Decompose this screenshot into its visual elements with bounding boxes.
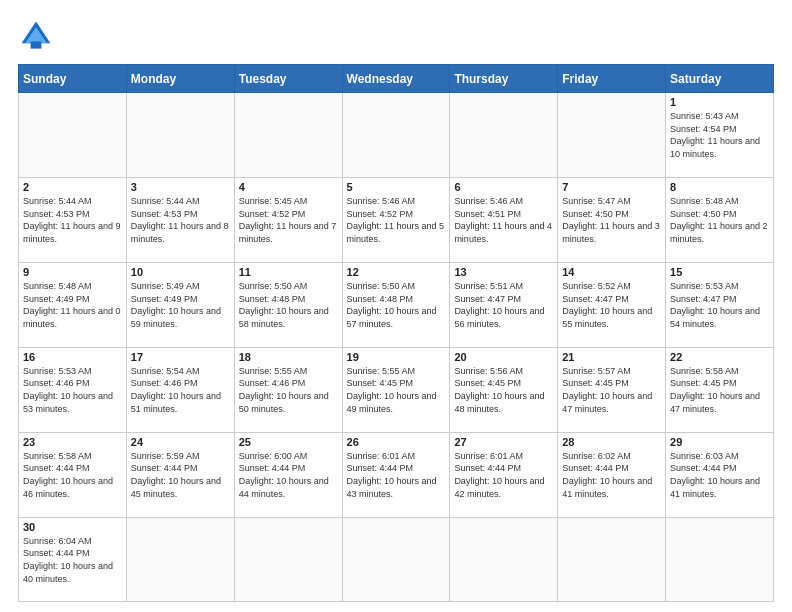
day-number: 24	[131, 436, 230, 448]
day-number: 12	[347, 266, 446, 278]
calendar-week-row: 30Sunrise: 6:04 AM Sunset: 4:44 PM Dayli…	[19, 517, 774, 601]
weekday-header-sunday: Sunday	[19, 65, 127, 93]
header	[18, 18, 774, 54]
calendar-day-cell: 25Sunrise: 6:00 AM Sunset: 4:44 PM Dayli…	[234, 432, 342, 517]
calendar-day-cell: 6Sunrise: 5:46 AM Sunset: 4:51 PM Daylig…	[450, 177, 558, 262]
day-number: 14	[562, 266, 661, 278]
calendar-day-cell: 3Sunrise: 5:44 AM Sunset: 4:53 PM Daylig…	[126, 177, 234, 262]
day-info: Sunrise: 6:01 AM Sunset: 4:44 PM Dayligh…	[347, 450, 446, 500]
calendar-day-cell: 29Sunrise: 6:03 AM Sunset: 4:44 PM Dayli…	[666, 432, 774, 517]
calendar-day-cell	[666, 517, 774, 601]
day-number: 21	[562, 351, 661, 363]
day-info: Sunrise: 5:52 AM Sunset: 4:47 PM Dayligh…	[562, 280, 661, 330]
calendar-day-cell	[234, 93, 342, 178]
calendar-day-cell	[126, 93, 234, 178]
day-number: 25	[239, 436, 338, 448]
weekday-header-friday: Friday	[558, 65, 666, 93]
calendar-day-cell: 24Sunrise: 5:59 AM Sunset: 4:44 PM Dayli…	[126, 432, 234, 517]
day-number: 2	[23, 181, 122, 193]
calendar-day-cell	[558, 93, 666, 178]
day-info: Sunrise: 5:51 AM Sunset: 4:47 PM Dayligh…	[454, 280, 553, 330]
calendar-day-cell: 9Sunrise: 5:48 AM Sunset: 4:49 PM Daylig…	[19, 262, 127, 347]
day-number: 26	[347, 436, 446, 448]
day-info: Sunrise: 5:58 AM Sunset: 4:45 PM Dayligh…	[670, 365, 769, 415]
calendar-day-cell: 1Sunrise: 5:43 AM Sunset: 4:54 PM Daylig…	[666, 93, 774, 178]
calendar-day-cell: 30Sunrise: 6:04 AM Sunset: 4:44 PM Dayli…	[19, 517, 127, 601]
calendar-day-cell: 10Sunrise: 5:49 AM Sunset: 4:49 PM Dayli…	[126, 262, 234, 347]
calendar-day-cell: 21Sunrise: 5:57 AM Sunset: 4:45 PM Dayli…	[558, 347, 666, 432]
weekday-header-thursday: Thursday	[450, 65, 558, 93]
calendar-week-row: 16Sunrise: 5:53 AM Sunset: 4:46 PM Dayli…	[19, 347, 774, 432]
calendar-day-cell: 14Sunrise: 5:52 AM Sunset: 4:47 PM Dayli…	[558, 262, 666, 347]
calendar-day-cell: 12Sunrise: 5:50 AM Sunset: 4:48 PM Dayli…	[342, 262, 450, 347]
calendar-table: SundayMondayTuesdayWednesdayThursdayFrid…	[18, 64, 774, 602]
day-number: 9	[23, 266, 122, 278]
calendar-day-cell: 11Sunrise: 5:50 AM Sunset: 4:48 PM Dayli…	[234, 262, 342, 347]
day-number: 18	[239, 351, 338, 363]
calendar-day-cell: 17Sunrise: 5:54 AM Sunset: 4:46 PM Dayli…	[126, 347, 234, 432]
calendar-day-cell: 18Sunrise: 5:55 AM Sunset: 4:46 PM Dayli…	[234, 347, 342, 432]
day-info: Sunrise: 5:44 AM Sunset: 4:53 PM Dayligh…	[23, 195, 122, 245]
calendar-day-cell: 19Sunrise: 5:55 AM Sunset: 4:45 PM Dayli…	[342, 347, 450, 432]
day-info: Sunrise: 5:50 AM Sunset: 4:48 PM Dayligh…	[239, 280, 338, 330]
calendar-day-cell: 20Sunrise: 5:56 AM Sunset: 4:45 PM Dayli…	[450, 347, 558, 432]
day-number: 4	[239, 181, 338, 193]
weekday-header-saturday: Saturday	[666, 65, 774, 93]
calendar-day-cell: 27Sunrise: 6:01 AM Sunset: 4:44 PM Dayli…	[450, 432, 558, 517]
day-number: 19	[347, 351, 446, 363]
day-info: Sunrise: 5:58 AM Sunset: 4:44 PM Dayligh…	[23, 450, 122, 500]
day-info: Sunrise: 5:48 AM Sunset: 4:50 PM Dayligh…	[670, 195, 769, 245]
day-number: 5	[347, 181, 446, 193]
calendar-week-row: 1Sunrise: 5:43 AM Sunset: 4:54 PM Daylig…	[19, 93, 774, 178]
day-number: 1	[670, 96, 769, 108]
calendar-week-row: 2Sunrise: 5:44 AM Sunset: 4:53 PM Daylig…	[19, 177, 774, 262]
calendar-day-cell: 26Sunrise: 6:01 AM Sunset: 4:44 PM Dayli…	[342, 432, 450, 517]
day-info: Sunrise: 5:49 AM Sunset: 4:49 PM Dayligh…	[131, 280, 230, 330]
day-number: 22	[670, 351, 769, 363]
calendar-day-cell	[19, 93, 127, 178]
day-number: 29	[670, 436, 769, 448]
day-info: Sunrise: 6:00 AM Sunset: 4:44 PM Dayligh…	[239, 450, 338, 500]
day-info: Sunrise: 5:55 AM Sunset: 4:45 PM Dayligh…	[347, 365, 446, 415]
calendar-day-cell: 28Sunrise: 6:02 AM Sunset: 4:44 PM Dayli…	[558, 432, 666, 517]
day-number: 30	[23, 521, 122, 533]
calendar-day-cell: 2Sunrise: 5:44 AM Sunset: 4:53 PM Daylig…	[19, 177, 127, 262]
day-number: 8	[670, 181, 769, 193]
calendar-day-cell	[342, 517, 450, 601]
page: SundayMondayTuesdayWednesdayThursdayFrid…	[0, 0, 792, 612]
day-info: Sunrise: 6:02 AM Sunset: 4:44 PM Dayligh…	[562, 450, 661, 500]
day-info: Sunrise: 5:46 AM Sunset: 4:51 PM Dayligh…	[454, 195, 553, 245]
day-number: 23	[23, 436, 122, 448]
day-number: 7	[562, 181, 661, 193]
calendar-day-cell	[234, 517, 342, 601]
day-info: Sunrise: 5:43 AM Sunset: 4:54 PM Dayligh…	[670, 110, 769, 160]
weekday-header-monday: Monday	[126, 65, 234, 93]
calendar-week-row: 23Sunrise: 5:58 AM Sunset: 4:44 PM Dayli…	[19, 432, 774, 517]
day-info: Sunrise: 6:03 AM Sunset: 4:44 PM Dayligh…	[670, 450, 769, 500]
day-info: Sunrise: 5:59 AM Sunset: 4:44 PM Dayligh…	[131, 450, 230, 500]
logo-icon	[18, 18, 54, 54]
day-info: Sunrise: 5:47 AM Sunset: 4:50 PM Dayligh…	[562, 195, 661, 245]
day-info: Sunrise: 5:44 AM Sunset: 4:53 PM Dayligh…	[131, 195, 230, 245]
day-number: 6	[454, 181, 553, 193]
day-number: 10	[131, 266, 230, 278]
svg-rect-2	[31, 41, 42, 48]
calendar-day-cell	[450, 93, 558, 178]
day-info: Sunrise: 5:53 AM Sunset: 4:47 PM Dayligh…	[670, 280, 769, 330]
calendar-day-cell	[342, 93, 450, 178]
logo	[18, 18, 60, 54]
calendar-day-cell: 16Sunrise: 5:53 AM Sunset: 4:46 PM Dayli…	[19, 347, 127, 432]
day-info: Sunrise: 5:46 AM Sunset: 4:52 PM Dayligh…	[347, 195, 446, 245]
day-number: 13	[454, 266, 553, 278]
day-info: Sunrise: 5:45 AM Sunset: 4:52 PM Dayligh…	[239, 195, 338, 245]
day-number: 3	[131, 181, 230, 193]
day-number: 27	[454, 436, 553, 448]
weekday-header-tuesday: Tuesday	[234, 65, 342, 93]
calendar-day-cell: 8Sunrise: 5:48 AM Sunset: 4:50 PM Daylig…	[666, 177, 774, 262]
calendar-day-cell: 15Sunrise: 5:53 AM Sunset: 4:47 PM Dayli…	[666, 262, 774, 347]
day-number: 11	[239, 266, 338, 278]
day-info: Sunrise: 5:50 AM Sunset: 4:48 PM Dayligh…	[347, 280, 446, 330]
day-number: 17	[131, 351, 230, 363]
day-number: 15	[670, 266, 769, 278]
weekday-header-wednesday: Wednesday	[342, 65, 450, 93]
